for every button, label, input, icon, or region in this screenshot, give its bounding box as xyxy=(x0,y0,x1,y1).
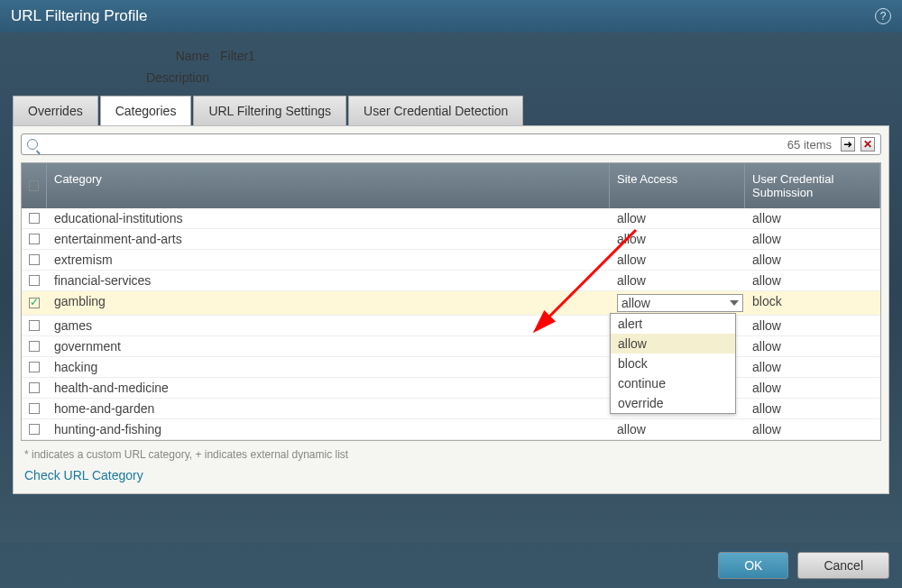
table-row[interactable]: hackingallow xyxy=(22,357,880,378)
site-access-cell[interactable]: allow xyxy=(610,208,745,228)
search-input[interactable] xyxy=(43,137,782,152)
category-cell: extremism xyxy=(47,250,610,270)
category-cell: hunting-and-fishing xyxy=(47,419,610,439)
row-checkbox[interactable] xyxy=(22,208,47,228)
site-access-cell[interactable]: allow xyxy=(610,250,745,270)
check-url-category-link[interactable]: Check URL Category xyxy=(21,464,881,486)
category-cell: government xyxy=(47,336,610,356)
row-checkbox[interactable] xyxy=(22,336,47,356)
table-row[interactable]: home-and-gardenallow xyxy=(22,399,880,419)
table-row[interactable]: extremismallowallow xyxy=(22,250,880,271)
dropdown-menu: alertallowblockcontinueoverride xyxy=(610,313,736,414)
help-icon[interactable]: ? xyxy=(875,8,891,24)
row-checkbox[interactable] xyxy=(22,357,47,377)
dropdown-option[interactable]: allow xyxy=(611,334,735,354)
user-credential-cell[interactable]: allow xyxy=(745,336,880,356)
header-checkbox[interactable] xyxy=(22,163,47,208)
table-row[interactable]: gamesallow xyxy=(22,316,880,336)
dropdown-option[interactable]: continue xyxy=(611,373,735,393)
checkbox-icon[interactable] xyxy=(29,213,40,224)
row-checkbox[interactable] xyxy=(22,291,47,315)
site-access-cell[interactable]: allowalertallowblockcontinueoverride xyxy=(610,291,745,315)
header-category[interactable]: Category xyxy=(47,163,610,208)
category-cell: financial-services xyxy=(47,271,610,290)
tab-user-credential-detection[interactable]: User Credential Detection xyxy=(348,96,523,125)
site-access-dropdown[interactable]: allow xyxy=(617,294,743,312)
chevron-down-icon xyxy=(730,300,739,306)
checkbox-icon[interactable] xyxy=(29,320,40,331)
name-row: Name Filter1 xyxy=(0,47,902,65)
table-body: educational-institutionsallowallowentert… xyxy=(22,208,880,440)
category-cell: home-and-garden xyxy=(47,399,610,418)
table-row[interactable]: entertainment-and-artsallowallow xyxy=(22,229,880,250)
checkbox-icon[interactable] xyxy=(29,341,40,352)
row-checkbox[interactable] xyxy=(22,271,47,290)
dialog-footer: OK Cancel xyxy=(0,543,902,588)
checkbox-icon[interactable] xyxy=(29,234,40,244)
checkbox-icon[interactable] xyxy=(29,254,40,265)
name-field[interactable]: Filter1 xyxy=(216,47,902,65)
dialog-title: URL Filtering Profile xyxy=(11,7,147,25)
user-credential-cell[interactable]: allow xyxy=(745,378,880,398)
dropdown-option[interactable]: block xyxy=(611,354,735,373)
table-row[interactable]: health-and-medicineallow xyxy=(22,378,880,399)
checkbox-icon[interactable] xyxy=(29,298,40,308)
row-checkbox[interactable] xyxy=(22,316,47,335)
item-count-label: 65 items xyxy=(787,138,835,152)
site-access-cell[interactable]: allow xyxy=(610,419,745,439)
user-credential-cell[interactable]: allow xyxy=(745,208,880,228)
user-credential-cell[interactable]: allow xyxy=(745,271,880,290)
toolbar: 65 items ➜ ✕ xyxy=(21,133,881,155)
table-header: Category Site Access User Credential Sub… xyxy=(22,163,880,208)
user-credential-cell[interactable]: allow xyxy=(745,357,880,377)
dropdown-option[interactable]: override xyxy=(611,393,735,413)
form-area: Name Filter1 Description xyxy=(0,32,902,96)
cancel-button[interactable]: Cancel xyxy=(797,552,889,579)
table-row[interactable]: financial-servicesallowallow xyxy=(22,271,880,291)
user-credential-cell[interactable]: allow xyxy=(745,316,880,335)
title-bar: URL Filtering Profile ? xyxy=(0,0,902,32)
checkbox-icon[interactable] xyxy=(29,382,40,393)
category-cell: health-and-medicine xyxy=(47,378,610,398)
ok-button[interactable]: OK xyxy=(718,552,788,579)
site-access-cell[interactable]: allow xyxy=(610,229,745,249)
row-checkbox[interactable] xyxy=(22,229,47,249)
checkbox-icon[interactable] xyxy=(29,362,40,372)
header-site-access[interactable]: Site Access xyxy=(610,163,745,208)
user-credential-cell[interactable]: allow xyxy=(745,419,880,439)
row-checkbox[interactable] xyxy=(22,378,47,398)
row-checkbox[interactable] xyxy=(22,250,47,270)
category-cell: hacking xyxy=(47,357,610,377)
row-checkbox[interactable] xyxy=(22,419,47,439)
tab-url-filtering-settings[interactable]: URL Filtering Settings xyxy=(193,96,346,125)
export-icon[interactable]: ➜ xyxy=(841,137,855,152)
checkbox-icon[interactable] xyxy=(29,275,40,286)
header-user-credential[interactable]: User Credential Submission xyxy=(745,163,880,208)
checkbox-icon[interactable] xyxy=(29,403,40,414)
user-credential-cell[interactable]: allow xyxy=(745,250,880,270)
tab-categories[interactable]: Categories xyxy=(100,96,192,125)
footnote-text: * indicates a custom URL category, + ind… xyxy=(21,441,881,464)
table-row[interactable]: gamblingallowalertallowblockcontinueover… xyxy=(22,291,880,316)
user-credential-cell[interactable]: block xyxy=(745,291,880,315)
table-row[interactable]: educational-institutionsallowallow xyxy=(22,208,880,229)
site-access-cell[interactable]: allow xyxy=(610,271,745,290)
table-row[interactable]: hunting-and-fishingallowallow xyxy=(22,419,880,440)
search-icon xyxy=(27,139,38,150)
dropdown-option[interactable]: alert xyxy=(611,314,735,334)
category-cell: games xyxy=(47,316,610,335)
tab-bar: Overrides Categories URL Filtering Setti… xyxy=(0,96,902,125)
categories-panel: 65 items ➜ ✕ Category Site Access User C… xyxy=(13,125,889,494)
description-row: Description xyxy=(0,70,902,85)
row-checkbox[interactable] xyxy=(22,399,47,418)
close-icon[interactable]: ✕ xyxy=(861,137,875,152)
table-row[interactable]: governmentallow xyxy=(22,336,880,357)
tab-overrides[interactable]: Overrides xyxy=(13,96,98,125)
name-label: Name xyxy=(0,49,216,63)
checkbox-icon[interactable] xyxy=(29,424,40,435)
category-cell: gambling xyxy=(47,291,610,315)
category-cell: entertainment-and-arts xyxy=(47,229,610,249)
user-credential-cell[interactable]: allow xyxy=(745,229,880,249)
user-credential-cell[interactable]: allow xyxy=(745,399,880,418)
description-field[interactable] xyxy=(216,76,902,79)
